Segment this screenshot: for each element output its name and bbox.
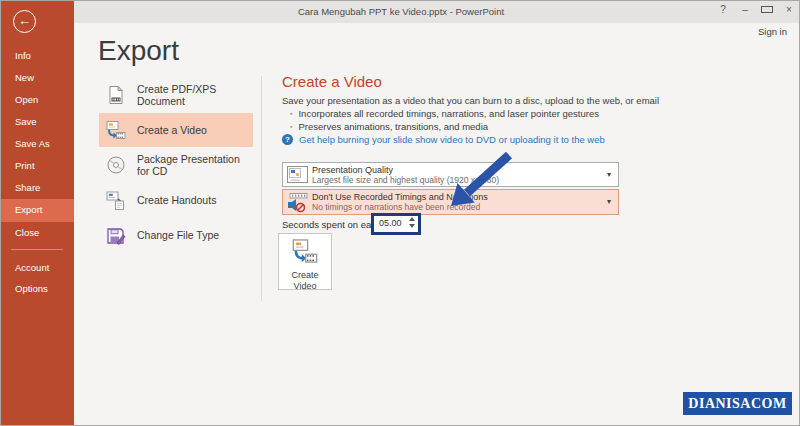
- chevron-down-icon: ▾: [607, 170, 611, 179]
- create-video-icon: [292, 238, 318, 264]
- sidebar-item-options[interactable]: Options: [1, 278, 74, 300]
- annotation-highlight-box: 05.00: [371, 213, 421, 235]
- menu-item-create-pdf-xps[interactable]: Create PDF/XPS Document: [99, 78, 253, 112]
- minimize-icon[interactable]: –: [739, 4, 751, 15]
- panel-description: Save your presentation as a video that y…: [282, 95, 659, 106]
- create-video-button[interactable]: Create Video: [278, 233, 332, 290]
- seconds-spinner-input[interactable]: 05.00: [379, 218, 402, 228]
- sidebar-item-save[interactable]: Save: [1, 111, 74, 133]
- bullet-icon: ▪: [290, 123, 292, 130]
- powerpoint-backstage-window: Cara Mengubah PPT ke Video.pptx - PowerP…: [0, 0, 800, 426]
- create-video-button-label: Create Video: [279, 270, 331, 291]
- watermark-badge: DIANISACOM: [683, 392, 792, 415]
- spinner-buttons: [409, 217, 415, 228]
- sidebar-item-info[interactable]: Info: [1, 45, 74, 67]
- menu-item-change-file-type[interactable]: Change File Type: [99, 218, 253, 252]
- help-icon[interactable]: ?: [717, 4, 729, 15]
- sidebar-item-save-as[interactable]: Save As: [1, 133, 74, 155]
- close-icon[interactable]: ×: [783, 4, 795, 15]
- window-title: Cara Mengubah PPT ke Video.pptx - PowerP…: [1, 6, 800, 17]
- dropdown-title: Presentation Quality: [312, 165, 393, 175]
- muted-narration-icon: [287, 193, 309, 213]
- presentation-quality-icon: [287, 166, 308, 184]
- help-circle-icon: ?: [282, 134, 293, 145]
- sidebar-item-print[interactable]: Print: [1, 155, 74, 177]
- titlebar: Cara Mengubah PPT ke Video.pptx - PowerP…: [1, 1, 800, 23]
- column-divider: [261, 76, 262, 301]
- page-title: Export: [98, 35, 179, 67]
- sidebar-item-account[interactable]: Account: [1, 257, 74, 279]
- restore-icon[interactable]: [761, 4, 773, 15]
- chevron-down-icon: ▾: [607, 197, 611, 206]
- spinner-down-icon[interactable]: [409, 224, 415, 228]
- handouts-icon: [106, 190, 126, 210]
- sign-in-link[interactable]: Sign in: [758, 26, 787, 37]
- bullet-icon: ▪: [290, 110, 292, 117]
- cd-disc-icon: [106, 155, 126, 175]
- sidebar-item-close[interactable]: Close: [1, 222, 74, 244]
- create-video-icon: [106, 120, 126, 140]
- menu-item-create-a-video[interactable]: Create a Video: [99, 113, 253, 147]
- sidebar-item-open[interactable]: Open: [1, 89, 74, 111]
- bullet-item: ▪Incorporates all recorded timings, narr…: [290, 108, 599, 119]
- get-help-link[interactable]: ? Get help burning your slide show video…: [282, 134, 605, 145]
- pdf-xps-document-icon: [106, 85, 126, 105]
- sidebar-item-export[interactable]: Export: [1, 199, 74, 222]
- spinner-up-icon[interactable]: [409, 217, 415, 221]
- menu-item-create-handouts[interactable]: Create Handouts: [99, 183, 253, 217]
- change-file-type-icon: [106, 225, 126, 245]
- annotation-arrow-icon: [437, 150, 515, 212]
- backstage-sidebar: ← Info New Open Save Save As Print Share…: [1, 1, 74, 426]
- back-arrow-icon[interactable]: ←: [13, 10, 36, 33]
- window-controls: ? – ×: [717, 4, 795, 15]
- sidebar-item-new[interactable]: New: [1, 67, 74, 89]
- panel-heading: Create a Video: [282, 73, 382, 90]
- sidebar-divider: [11, 249, 63, 250]
- bullet-item: ▪Preserves animations, transitions, and …: [290, 121, 488, 132]
- sidebar-item-share[interactable]: Share: [1, 177, 74, 199]
- menu-item-package-for-cd[interactable]: Package Presentation for CD: [99, 148, 253, 182]
